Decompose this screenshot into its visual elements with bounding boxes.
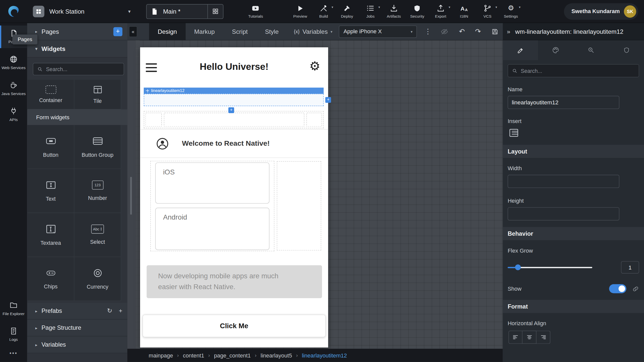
width-input[interactable]: [508, 175, 619, 188]
align-center-button[interactable]: [522, 331, 536, 344]
widget-textarea[interactable]: Textarea: [27, 213, 74, 257]
slider-thumb[interactable]: [515, 264, 521, 270]
undo-icon[interactable]: ↶: [459, 27, 465, 36]
add-prefab-icon[interactable]: +: [119, 307, 122, 315]
refresh-icon[interactable]: ↻: [107, 307, 112, 315]
widget-search[interactable]: [33, 63, 124, 75]
property-search-input[interactable]: [521, 68, 635, 74]
widget-text[interactable]: Text: [27, 169, 74, 213]
panel-scrollbar[interactable]: [130, 177, 132, 215]
variables-accordion-header[interactable]: ▸ Variables: [27, 336, 127, 353]
vcs-button[interactable]: ▾ VCS: [476, 4, 499, 18]
settings-button[interactable]: ▾ ⚙ Settings: [499, 4, 523, 18]
gear-icon[interactable]: ⚙: [309, 60, 320, 73]
redo-icon[interactable]: ↷: [475, 27, 481, 36]
tab-inspector[interactable]: [573, 40, 609, 60]
widget-button-group[interactable]: Button Group: [74, 125, 121, 169]
placeholder-cell[interactable]: [164, 113, 304, 127]
welcome-text[interactable]: Welcome to React Native!: [182, 139, 270, 147]
widget-chips[interactable]: Chips: [27, 257, 74, 301]
bind-link-icon[interactable]: [632, 285, 639, 292]
widget-button[interactable]: Button: [27, 125, 74, 169]
empty-column-outline[interactable]: [277, 161, 321, 251]
app-logo-icon[interactable]: [0, 0, 27, 23]
breadcrumb-separator: ›: [296, 352, 298, 358]
android-list-item[interactable]: Android: [155, 208, 270, 250]
artifacts-button[interactable]: Artifacts: [382, 4, 406, 18]
tab-security[interactable]: [609, 40, 644, 60]
preview-button[interactable]: Preview: [289, 4, 312, 18]
sidebar-item-java-services[interactable]: Java Services: [0, 77, 27, 100]
add-page-button[interactable]: +: [113, 27, 122, 36]
widget-tile[interactable]: Tile: [74, 80, 121, 109]
widget-container[interactable]: Container: [27, 80, 74, 109]
insert-linearlayout-icon[interactable]: [509, 128, 644, 138]
tab-markup[interactable]: Markup: [186, 23, 223, 40]
widget-select[interactable]: Abc▲▼ Select: [74, 213, 121, 257]
ios-list-item[interactable]: iOS: [155, 162, 270, 203]
variables-button[interactable]: {x} Variables ▾: [294, 28, 332, 35]
tab-properties[interactable]: [503, 40, 538, 60]
collapse-panel-button[interactable]: «: [129, 26, 137, 37]
more-options-icon[interactable]: •••: [0, 346, 27, 362]
align-left-button[interactable]: [509, 331, 522, 344]
selection-label-bar[interactable]: linearlayoutitem12: [144, 87, 324, 94]
sidebar-item-file-explorer[interactable]: File Explorer: [0, 297, 27, 320]
property-search[interactable]: [508, 64, 639, 77]
breadcrumb-item[interactable]: content1: [183, 352, 204, 358]
i18n-button[interactable]: AA I18N: [452, 4, 476, 18]
height-input[interactable]: [508, 207, 619, 220]
tab-script[interactable]: Script: [223, 23, 256, 40]
phone-page-title[interactable]: Hello Universe!: [140, 61, 328, 72]
flex-grow-value[interactable]: 1: [621, 261, 639, 274]
widget-search-input[interactable]: [46, 66, 120, 72]
page-structure-accordion-header[interactable]: ▸ Page Structure: [27, 320, 127, 337]
name-input[interactable]: [508, 96, 619, 109]
tab-design[interactable]: Design: [149, 23, 186, 40]
insert-below-button[interactable]: +: [228, 107, 234, 113]
breadcrumb-item-active[interactable]: linearlayoutitem12: [302, 352, 347, 358]
prefabs-accordion-header[interactable]: ▸ Prefabs ↻+: [27, 303, 127, 320]
click-me-button[interactable]: Click Me: [142, 315, 326, 337]
section-behavior[interactable]: Behavior: [503, 227, 644, 240]
sidebar-item-logs[interactable]: Logs: [0, 323, 27, 346]
layout-placeholder-row[interactable]: [144, 111, 324, 128]
align-right-button[interactable]: [536, 331, 550, 344]
placeholder-cell[interactable]: [306, 113, 322, 127]
button-group-icon: [91, 136, 104, 146]
tab-styles[interactable]: [538, 40, 573, 60]
user-menu[interactable]: Swetha Kundaram SK: [564, 3, 638, 19]
build-button[interactable]: ▾ Build: [312, 4, 335, 18]
show-toggle[interactable]: [609, 284, 626, 293]
section-layout[interactable]: Layout: [503, 145, 644, 158]
breadcrumb-item[interactable]: linearlayout5: [261, 352, 292, 358]
breadcrumb-item[interactable]: page_content1: [214, 352, 251, 358]
save-icon[interactable]: [491, 28, 498, 35]
device-select[interactable]: Apple iPhone X ▾: [339, 25, 417, 38]
widget-currency[interactable]: Currency: [74, 257, 121, 301]
kebab-menu-icon[interactable]: ⋮: [424, 27, 432, 36]
security-button[interactable]: Security: [406, 4, 429, 18]
widgets-accordion-header[interactable]: ▾ Widgets: [27, 40, 127, 58]
section-format[interactable]: Format: [503, 300, 644, 313]
deploy-button[interactable]: Deploy: [335, 4, 359, 18]
jobs-button[interactable]: ▾ Jobs: [359, 4, 382, 18]
tutorials-button[interactable]: Tutorials: [242, 4, 269, 18]
widget-number[interactable]: 123 Number: [74, 169, 121, 213]
preview-eye-icon[interactable]: [441, 27, 449, 36]
dashboard-grid-icon[interactable]: [207, 4, 223, 19]
sidebar-item-apis[interactable]: APIs: [0, 103, 27, 126]
tab-style[interactable]: Style: [256, 23, 287, 40]
flex-grow-slider[interactable]: [508, 264, 592, 270]
note-panel[interactable]: Now developing mobile apps are much easi…: [147, 265, 322, 298]
placeholder-cell[interactable]: [146, 113, 162, 127]
sidebar-item-web-services[interactable]: Web Services: [0, 51, 27, 74]
export-button[interactable]: ▾ Export: [429, 4, 452, 18]
workspace-switcher[interactable]: Work Station ▾: [33, 6, 131, 17]
expand-panel-icon[interactable]: »: [507, 28, 510, 35]
insert-right-button[interactable]: +: [325, 97, 331, 103]
breadcrumb-item[interactable]: mainpage: [149, 352, 173, 358]
project-tab[interactable]: Main*: [146, 4, 224, 19]
pages-accordion-header[interactable]: ▸ Pages +: [27, 23, 127, 40]
selected-linearlayoutitem[interactable]: [144, 94, 324, 106]
